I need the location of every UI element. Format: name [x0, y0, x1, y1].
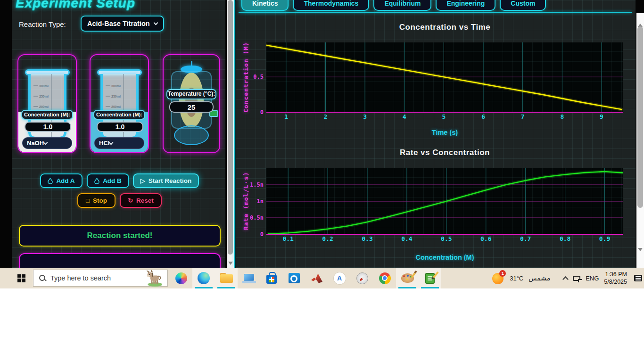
rate-vs-concentration-chart: 0.10.20.30.40.50.60.70.80.900.5n1n1.5n: [245, 167, 628, 246]
concentration-b-label: Concentration (M):: [93, 110, 145, 120]
scroll-up-button[interactable]: [638, 16, 643, 24]
active-app-indicator: [421, 287, 439, 288]
taskbar-app-icons: A: [170, 268, 441, 288]
scroll-down-button[interactable]: [227, 258, 234, 268]
svg-text:0.3: 0.3: [362, 235, 372, 242]
svg-text:0.6: 0.6: [480, 235, 492, 242]
flame-icon: [179, 73, 204, 127]
scroll-down-button[interactable]: [638, 251, 643, 260]
active-app-indicator: [195, 287, 213, 288]
svg-text:1: 1: [284, 113, 288, 120]
language-indicator[interactable]: ENG: [586, 275, 599, 282]
svg-text:6: 6: [481, 113, 485, 120]
add-a-button[interactable]: Add A: [40, 173, 83, 188]
left-panel-scrollbar[interactable]: [227, 0, 234, 268]
chevron-down-icon: [154, 21, 158, 25]
droplet-icon: [48, 178, 53, 184]
chart1-x-axis-label: Time (s): [266, 129, 623, 136]
svg-text:0.4: 0.4: [401, 235, 413, 242]
network-icon[interactable]: [573, 276, 580, 281]
action-center-icon[interactable]: [634, 275, 642, 281]
taskbar-search-box[interactable]: [33, 270, 168, 287]
reagent-a-value: NaOH: [27, 140, 44, 147]
tray-weather-text[interactable]: مشمس: [528, 274, 550, 282]
search-highlight-donkey-icon: [145, 270, 164, 287]
taskbar-clock[interactable]: 1:36 PM 5/8/2025: [604, 271, 627, 286]
weather-widget[interactable]: 1: [492, 272, 504, 284]
tab-equilibrium[interactable]: Equilibrium: [373, 0, 431, 11]
stop-icon: □: [86, 197, 90, 204]
svg-text:3: 3: [363, 113, 367, 120]
svg-text:2: 2: [324, 113, 328, 120]
add-b-button[interactable]: Add B: [87, 173, 129, 188]
chrome-icon[interactable]: [373, 268, 396, 288]
edge-icon[interactable]: [192, 268, 215, 288]
reagent-b-card: 300ml250ml200ml150ml Concentration (M): …: [90, 54, 149, 153]
svg-text:5: 5: [442, 113, 446, 120]
start-reaction-button[interactable]: ▷ Start Reaction: [133, 173, 199, 188]
windows-logo-icon: [17, 274, 25, 282]
start-button[interactable]: [12, 268, 30, 288]
laptop-icon[interactable]: [238, 268, 260, 288]
compass-browser-icon[interactable]: [351, 268, 373, 288]
burner-bowl-icon: [174, 125, 209, 145]
tab-engineering[interactable]: Engineering: [436, 0, 495, 11]
arrow-down-icon: [228, 262, 233, 265]
panel-title: Experiment Setup: [16, 0, 135, 11]
concentration-a-input[interactable]: [25, 122, 71, 132]
microsoft-store-icon[interactable]: [260, 268, 283, 288]
chart2-x-axis-label: Concentration (M): [266, 254, 623, 261]
outlook-icon[interactable]: [283, 268, 305, 288]
reagent-b-select[interactable]: HCl: [94, 137, 144, 149]
svg-text:7: 7: [521, 113, 525, 120]
notepad-icon[interactable]: [419, 268, 441, 288]
charts-panel: KineticsThermodynamicsEquilibriumEnginee…: [236, 0, 636, 268]
tray-chevron-up-icon[interactable]: [562, 276, 569, 282]
app-window: Experiment Setup Reaction Type: Acid-Bas…: [0, 0, 644, 268]
temperature-label: Temperature (°C):: [166, 89, 216, 99]
droplet-icon: [94, 178, 99, 184]
reagent-b-value: HCl: [99, 140, 109, 147]
tab-custom[interactable]: Custom: [500, 0, 546, 11]
tray-date: 5/8/2025: [604, 278, 627, 286]
panel-divider: [234, 0, 235, 268]
arrow-up-icon: [638, 16, 643, 27]
tray-temperature[interactable]: 31°C: [510, 275, 523, 282]
concentration-b-input[interactable]: [97, 122, 143, 132]
reaction-type-value: Acid-Base Titration: [87, 20, 154, 27]
tab-kinetics[interactable]: Kinetics: [241, 0, 289, 11]
paint-palette-icon[interactable]: [396, 268, 419, 288]
right-panel-scrollbar[interactable]: [636, 13, 644, 268]
svg-text:0.5: 0.5: [441, 235, 452, 242]
chevron-down-icon: [109, 140, 114, 145]
reaction-type-select[interactable]: Acid-Base Titration: [81, 16, 164, 32]
system-tray: 1 31°C مشمس ENG 1:36 PM 5/8/2025: [492, 268, 642, 288]
svg-text:1n: 1n: [257, 198, 264, 205]
scrollbar-thumb[interactable]: [637, 26, 643, 208]
matlab-icon[interactable]: [305, 268, 328, 288]
temperature-input[interactable]: [169, 101, 214, 113]
chart2-title: Rate vs Concentration: [266, 148, 623, 157]
stop-button[interactable]: □ Stop: [77, 193, 116, 208]
app-a-icon[interactable]: A: [328, 268, 351, 288]
svg-text:8: 8: [560, 113, 564, 120]
svg-text:1.5n: 1.5n: [250, 181, 264, 188]
notification-badge: 1: [499, 270, 506, 277]
heater-card: Temperature (°C):: [163, 54, 220, 153]
file-explorer-icon[interactable]: [215, 268, 238, 288]
scrollbar-thumb[interactable]: [228, 0, 233, 255]
svg-text:9: 9: [600, 113, 603, 120]
search-input[interactable]: [50, 274, 140, 282]
arrow-down-icon: [638, 248, 643, 259]
svg-text:0.7: 0.7: [520, 235, 531, 242]
concentration-vs-time-chart: 12345678900.5: [245, 41, 628, 123]
search-icon: [39, 275, 46, 282]
concentration-a-label: Concentration (M):: [21, 110, 73, 120]
tabs-underline: [239, 12, 632, 13]
reagent-a-select[interactable]: NaOH: [22, 137, 72, 149]
play-icon: ▷: [140, 178, 145, 184]
copilot-icon[interactable]: [170, 268, 192, 288]
tab-thermodynamics[interactable]: Thermodynamics: [293, 0, 369, 11]
reset-button[interactable]: ↻ Reset: [120, 193, 162, 208]
reaction-type-label: Reaction Type:: [19, 20, 66, 28]
